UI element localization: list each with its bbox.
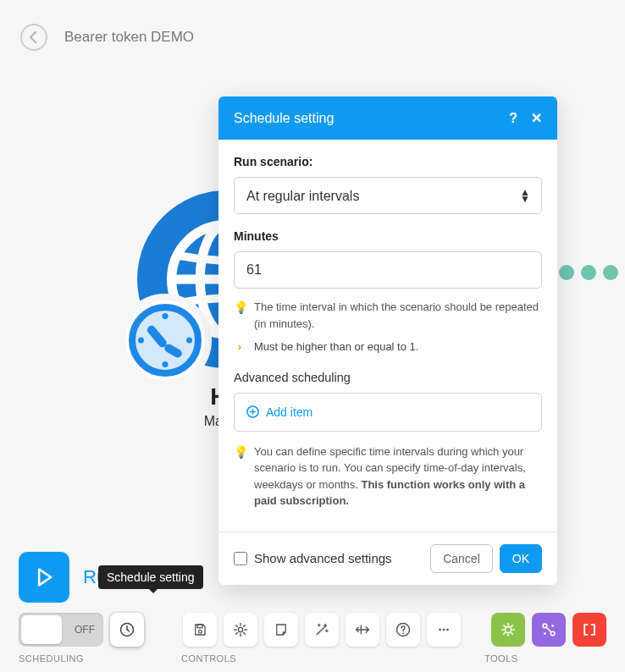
close-icon[interactable]: ✕ [531,110,542,126]
svg-point-15 [505,626,511,632]
explain-flow-button[interactable] [346,613,379,647]
show-advanced-checkbox[interactable]: Show advanced settings [234,551,392,565]
svg-point-14 [446,629,449,631]
brackets-icon [581,621,598,638]
svg-point-16 [543,624,547,628]
schedule-tooltip: Schedule setting [98,565,203,589]
clock-icon [119,621,136,638]
advanced-scheduling-box: Add item [234,393,542,432]
play-icon [32,565,56,589]
save-icon [192,622,207,637]
save-button[interactable] [183,613,217,647]
airplane-icon [354,621,371,638]
chevron-right-icon: › [234,339,246,355]
svg-point-12 [439,629,441,631]
flow-icon [539,620,558,639]
toggle-off-label: OFF [75,624,95,636]
tool-favorites[interactable] [491,613,525,647]
advanced-hint: You can define specific time intervals d… [254,443,542,510]
lightbulb-icon: 💡 [234,299,246,332]
svg-rect-7 [197,625,202,628]
ok-button[interactable]: OK [500,544,542,573]
lightbulb-icon: 💡 [234,443,246,510]
minutes-hint: The time interval in which the scenario … [254,299,542,332]
gear-icon [232,621,249,638]
svg-point-9 [238,627,242,631]
schedule-setting-modal: Schedule setting ? ✕ Run scenario: At re… [218,96,557,585]
scheduling-toggle[interactable]: OFF [19,613,103,647]
note-icon [274,622,289,637]
more-button[interactable] [427,613,461,647]
clock-icon [119,294,212,387]
schedule-button[interactable] [110,613,144,647]
run-scenario-label: Run scenario: [234,155,542,168]
show-advanced-input[interactable] [234,552,247,565]
help-icon[interactable]: ? [509,111,517,126]
advanced-scheduling-label: Advanced scheduling [234,371,542,384]
minutes-input[interactable] [234,251,542,289]
help-button[interactable] [386,613,420,647]
auto-align-button[interactable] [305,613,339,647]
minutes-label: Minutes [234,229,542,243]
run-once-button[interactable] [19,552,69,603]
help-circle-icon [395,621,412,638]
add-item-label: Add item [266,405,312,419]
modal-title: Schedule setting [234,111,334,126]
svg-point-13 [443,629,445,631]
tool-text-parser[interactable] [572,613,606,647]
plus-circle-icon [246,405,259,418]
show-advanced-label: Show advanced settings [254,551,392,565]
svg-point-18 [551,625,554,627]
magic-wand-icon [313,621,330,638]
notes-button[interactable] [264,613,298,647]
tool-flow[interactable] [532,613,566,647]
settings-button[interactable] [224,613,257,647]
svg-point-17 [550,631,555,636]
minutes-constraint: Must be higher than or equal to 1. [254,339,418,355]
star-gear-icon [499,620,517,639]
add-item-button[interactable]: Add item [246,405,529,419]
controls-section-label: CONTROLS [181,653,484,664]
svg-point-11 [402,632,404,634]
cancel-button[interactable]: Cancel [430,544,493,573]
run-scenario-select[interactable]: At regular intervals [234,177,542,214]
modal-header: Schedule setting ? ✕ [218,96,557,140]
connection-dots [559,265,618,280]
svg-point-8 [199,630,202,633]
tools-section-label: TOOLS [484,653,606,664]
scheduling-section-label: SCHEDULING [19,653,181,664]
more-horizontal-icon [436,622,451,637]
svg-point-19 [544,632,546,635]
